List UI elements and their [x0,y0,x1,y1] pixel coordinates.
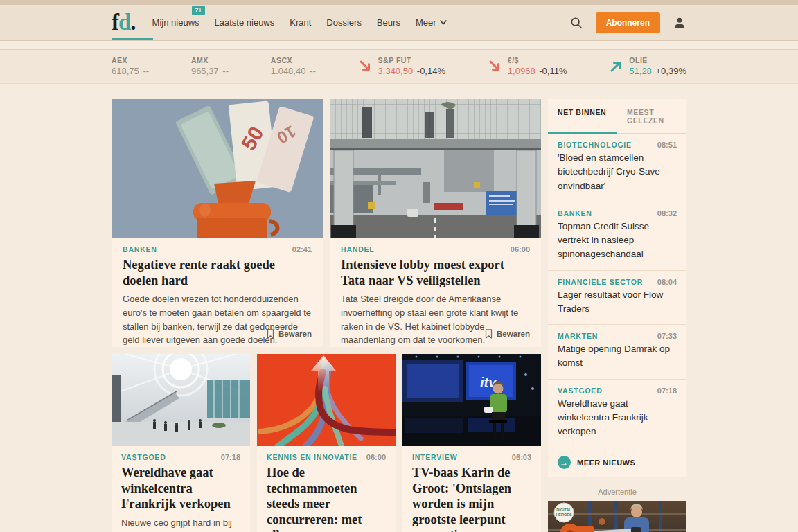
feed-item[interactable]: BANKEN08:32 Topman Credit Suisse vertrek… [548,202,686,270]
ticker-name: AEX [112,56,149,64]
article-card-banken[interactable]: 50 10 BANKEN 02:41 [112,99,323,347]
category-label: BANKEN [558,209,592,218]
ticker-value: 1.048,40 [271,66,306,76]
bookmark-icon [485,329,493,339]
ticker-change: +0,39% [655,66,686,76]
nav-label: Laatste nieuws [215,17,275,28]
nav-krant[interactable]: Krant [290,17,311,28]
category-label: VASTGOED [558,387,603,395]
category-label[interactable]: KENNIS EN INNOVATIE [267,453,357,461]
feed-item[interactable]: VASTGOED07:18 Wereldhave gaat winkelcent… [548,379,686,447]
tab-meest-gelezen[interactable]: MEEST GELEZEN [617,99,686,133]
article-summary: Nieuwe ceo grijpt hard in bij Wereldhave… [121,516,240,532]
nav-mijn-nieuws[interactable]: 7+ Mijn nieuws [152,17,200,28]
ad-label: Advertentie [548,488,686,496]
ticker-aex[interactable]: AEX 618,75 -- [112,56,149,76]
tab-net-binnen[interactable]: NET BINNEN [548,99,617,133]
ad-image-warehouse: DIGITAL HEROES [548,501,686,532]
article-title[interactable]: Intensieve lobby moest export Tata naar … [341,257,530,288]
feed-item-title: Wereldhave gaat winkelcentra Frankrijk v… [558,397,677,439]
logo-d: d [118,10,130,35]
category-label[interactable]: VASTGOED [121,453,166,461]
article-title[interactable]: Wereldhave gaat winkelcentra Frankrijk v… [121,465,240,512]
nav-label: Beurs [377,17,400,28]
nav-meer[interactable]: Meer [416,17,447,28]
timestamp: 07:18 [657,387,677,395]
category-label[interactable]: HANDEL [341,245,375,254]
ticker-ascx[interactable]: ASCX 1.048,40 -- [271,56,316,76]
nav-dossiers[interactable]: Dossiers [326,17,362,28]
ticker-change: -0,11% [539,66,567,76]
timestamp: 02:41 [292,245,312,254]
ticker-change: -- [143,66,149,76]
user-icon[interactable] [673,16,686,30]
fd-logo[interactable]: fd. [112,11,136,34]
bookmark-button[interactable]: Bewaren [267,329,312,339]
ticker-value: 618,75 [112,66,139,76]
article-title[interactable]: Hoe de techmammoeten steeds meer concurr… [267,465,386,532]
article-card-vastgoed[interactable]: VASTGOED 07:18 Wereldhave gaat winkelcen… [112,354,250,532]
more-news-button[interactable]: → MEER NIEUWS [548,447,686,477]
category-label: FINANCIËLE SECTOR [558,278,643,286]
digital-heroes-badge: DIGITAL [556,508,571,512]
category-label[interactable]: BANKEN [123,245,157,254]
search-icon[interactable] [569,16,583,30]
ticker-change: -- [310,66,316,76]
ticker-amx[interactable]: AMX 965,37 -- [191,56,229,76]
article-image-tata-steel [330,99,541,238]
timestamp: 08:51 [657,141,677,149]
article-card-kennis-innovatie[interactable]: KENNIS EN INNOVATIE 06:00 Hoe de techmam… [257,354,396,532]
article-summary: Goede doelen vrezen tot honderdduizenden… [123,292,312,347]
article-title[interactable]: TV-baas Karin de Groot: 'Ontslagen worde… [412,465,531,532]
logo-f: f [112,10,118,35]
ticker-name: OLIE [629,56,686,64]
advertisement[interactable]: DIGITAL HEROES 'Het succes van IoT zit i… [548,501,686,532]
top-edge-strip [0,0,798,5]
logo-dot: . [130,10,135,35]
ticker-change: -0,14% [417,66,445,76]
subscribe-button[interactable]: Abonneren [596,12,660,33]
feed-list: BIOTECHNOLOGIE08:51 'Bloed en stamcellen… [548,134,686,447]
svg-text:HEROES: HEROES [556,513,572,517]
bookmark-icon [267,329,274,339]
more-news-label: MEER NIEUWS [577,459,635,467]
ticker-value: 965,37 [191,66,219,76]
category-label[interactable]: INTERVIEW [412,453,457,461]
nav-laatste-nieuws[interactable]: Laatste nieuws [215,17,275,28]
category-label: MARKTEN [558,332,598,340]
article-card-handel[interactable]: HANDEL 06:00 Intensieve lobby moest expo… [330,99,541,347]
nav-beurs[interactable]: Beurs [377,17,400,28]
bookmark-button[interactable]: Bewaren [485,329,530,339]
timestamp: 06:03 [512,453,531,461]
article-image-tv-studio: itv [402,354,541,446]
feed-item[interactable]: MARKTEN07:33 Matige opening Damrak op ko… [548,324,686,379]
bookmark-label: Bewaren [497,330,530,338]
site-header: fd. 7+ Mijn nieuws Laatste nieuws Krant … [0,5,798,41]
article-card-interview[interactable]: itv [402,354,541,532]
ticker-name: S&P FUT [378,56,445,64]
timestamp: 07:33 [657,332,677,340]
ticker-eur-usd[interactable]: €/$ 1,0968 -0,11% [488,56,567,76]
logo-underline [112,38,153,40]
ticker-sp-fut[interactable]: S&P FUT 3.340,50 -0,14% [358,56,445,76]
timestamp: 06:00 [511,245,530,254]
nav-label: Krant [290,17,311,28]
feed-item[interactable]: FINANCIËLE SECTOR08:04 Lager resultaat v… [548,270,686,325]
ticker-olie[interactable]: OLIE 51,28 +0,39% [609,56,686,76]
feed-tabs: NET BINNEN MEEST GELEZEN [548,99,686,134]
bookmark-label: Bewaren [278,330,312,338]
timestamp: 08:04 [657,278,677,286]
timestamp: 06:00 [366,453,386,461]
article-summary: Tata Steel dreigde door de Amerikaanse i… [341,292,530,347]
article-image-shopping-mall [112,354,250,446]
feed-item-title: Lager resultaat voor Flow Traders [558,288,677,317]
arrow-right-icon: → [558,456,571,469]
ticker-name: AMX [191,56,229,64]
nav-label: Dossiers [326,17,362,28]
article-title[interactable]: Negatieve rente raakt goede doelen hard [123,257,312,288]
ticker-name: ASCX [271,56,316,64]
notification-badge: 7+ [192,6,204,15]
ticker-value: 1,0968 [508,66,535,76]
ticker-name: €/$ [508,56,567,64]
feed-item[interactable]: BIOTECHNOLOGIE08:51 'Bloed en stamcellen… [548,134,686,202]
